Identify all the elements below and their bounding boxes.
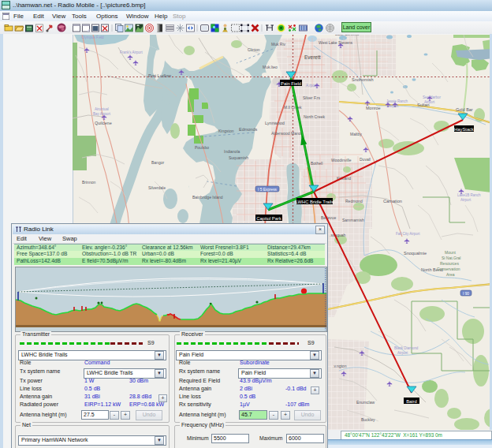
svg-text:Bellevue: Bellevue [321, 215, 336, 220]
svg-text:Pain Field: Pain Field [281, 81, 301, 86]
svg-text:Kingston: Kingston [218, 129, 234, 133]
svg-text:Lynnwood: Lynnwood [265, 121, 285, 125]
svg-text:Olympus F.eld: Olympus F.eld [81, 35, 104, 39]
svg-text:Conservation: Conservation [437, 267, 460, 271]
svg-text:Bangor: Bangor [151, 160, 164, 165]
svg-text:.v.ngton: .v.ngton [333, 364, 347, 368]
svg-text:Airport: Airport [460, 198, 472, 202]
svg-text:Bay Airport: Bay Airport [93, 112, 111, 116]
svg-text:.ssaquah: .ssaquah [330, 233, 346, 237]
svg-text:Monroe: Monroe [366, 106, 381, 110]
svg-text:Enumclaw: Enumclaw [356, 400, 375, 405]
svg-text:Indianola: Indianola [224, 149, 240, 154]
svg-text:West Lake Stevens: West Lake Stevens [319, 40, 352, 45]
svg-text:M.ll Creek: M.ll Creek [284, 105, 302, 110]
svg-text:I 5 Express: I 5 Express [258, 188, 278, 192]
svg-text:Frank's Airport: Frank's Airport [120, 50, 144, 54]
svg-text:Silver F.rs: Silver F.rs [303, 95, 320, 100]
svg-text:HayStack: HayStack [454, 127, 474, 132]
svg-text:Snohomish: Snohomish [352, 77, 374, 82]
svg-text:Poulsbo: Poulsbo [195, 145, 209, 150]
svg-text:Airport: Airport [397, 351, 408, 355]
svg-text:I 90: I 90 [463, 292, 469, 296]
svg-text:Muk Riv: Muk Riv [271, 42, 286, 47]
svg-text:Mount: Mount [445, 250, 457, 255]
svg-text:Bainbridge Island: Bainbridge Island [192, 195, 223, 200]
svg-text:Black Diamond: Black Diamond [394, 346, 419, 350]
svg-text:Alderwood Manor: Alderwood Manor [271, 131, 303, 136]
svg-text:Silverdale: Silverdale [148, 185, 166, 190]
svg-text:Airontual: Airontual [95, 107, 109, 111]
svg-text:Redmond: Redmond [345, 199, 363, 203]
svg-text:Carnation: Carnation [383, 199, 402, 203]
svg-text:Si Nat.Gral: Si Nat.Gral [442, 256, 460, 260]
svg-text:Woodinville: Woodinville [331, 158, 352, 162]
svg-text:North Creek: North Creek [304, 114, 325, 119]
svg-text:Gold Bar: Gold Bar [456, 107, 473, 112]
svg-text:Maltby: Maltby [350, 132, 362, 136]
svg-text:Baird: Baird [406, 399, 417, 404]
svg-text:Edmonds: Edmonds [239, 127, 257, 132]
svg-text:Suquamish: Suquamish [229, 155, 248, 160]
svg-text:Duvall: Duvall [360, 157, 371, 162]
svg-text:Fall City Airport: Fall City Airport [396, 232, 420, 236]
svg-text:Resources: Resources [440, 261, 459, 266]
svg-text:Buckley: Buckley [361, 417, 375, 422]
svg-text:Lake Stevens: Lake Stevens [335, 35, 360, 36]
svg-text:Port Ludlow: Port Ludlow [148, 73, 171, 78]
svg-text:Sammamish: Sammamish [342, 218, 364, 222]
svg-text:Area: Area [446, 272, 455, 277]
svg-text:Capitol Park: Capitol Park [256, 216, 281, 221]
svg-text:Bothell: Bothell [311, 161, 322, 166]
svg-text:Jessie Ranch: Jessie Ranch [386, 99, 408, 103]
svg-text:Muk.lteo: Muk.lteo [263, 65, 278, 69]
svg-text:Snoqualmie: Snoqualmie [404, 251, 427, 256]
svg-text:Brinnon: Brinnon [82, 180, 95, 185]
svg-text:Quilcene: Quilcene [95, 121, 112, 125]
svg-text:Clinton: Clinton [248, 47, 260, 52]
svg-text:LWHC Bridle Trails: LWHC Bridle Trails [296, 200, 334, 204]
svg-text:Everett: Everett [304, 54, 321, 60]
